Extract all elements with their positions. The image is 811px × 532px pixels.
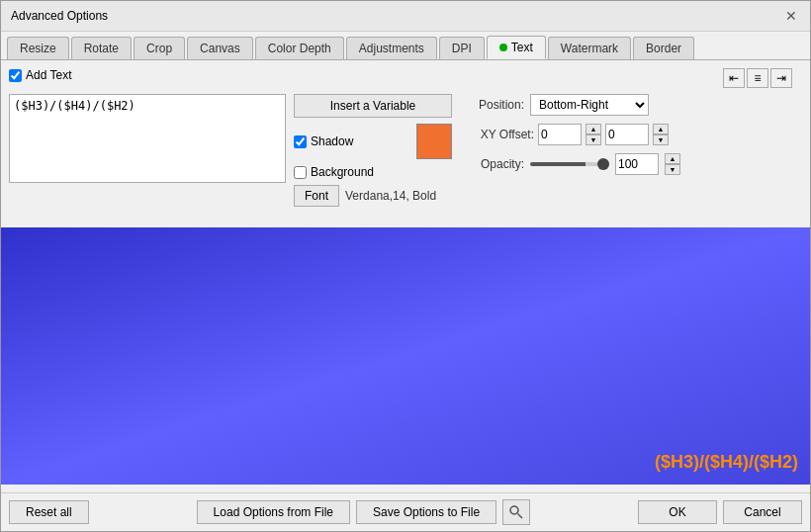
font-value-label: Verdana,14, Bold (345, 189, 436, 203)
text-area-container: ($H3)/($H4)/($H2) (9, 94, 286, 183)
preview-text: ($H3)/($H4)/($H2) (655, 452, 798, 473)
opacity-row: Opacity: ▲ ▼ (470, 153, 802, 175)
shadow-checkbox[interactable] (294, 135, 307, 148)
opacity-label: Opacity: (470, 157, 524, 171)
x-spin-buttons: ▲ ▼ (586, 124, 601, 145)
svg-point-0 (510, 506, 518, 514)
window-title: Advanced Options (11, 9, 108, 23)
y-spin-buttons: ▲ ▼ (653, 124, 669, 145)
position-label: Position: (470, 98, 524, 112)
shadow-checkbox-label[interactable]: Shadow (294, 134, 353, 148)
background-checkbox[interactable] (294, 166, 307, 179)
preview-area: ($H3)/($H4)/($H2) (1, 227, 810, 485)
cancel-button[interactable]: Cancel (723, 500, 802, 524)
close-button[interactable]: ✕ (782, 7, 800, 25)
content-area: Add Text ⇤ ≡ ⇥ ($H3)/($H4)/($H2) Insert … (1, 60, 810, 492)
xy-offset-row: XY Offset: ▲ ▼ ▲ ▼ (470, 124, 802, 145)
opacity-spin-down[interactable]: ▼ (665, 164, 680, 175)
svg-line-1 (518, 514, 523, 519)
text-input[interactable]: ($H3)/($H4)/($H2) (9, 94, 286, 183)
background-checkbox-label[interactable]: Background (294, 165, 452, 179)
y-spin-up[interactable]: ▲ (653, 124, 669, 134)
main-controls-row: ($H3)/($H4)/($H2) Insert a Variable Shad… (9, 94, 802, 227)
file-icon-button[interactable] (502, 499, 530, 525)
x-spin-down[interactable]: ▼ (586, 134, 601, 145)
opacity-slider[interactable] (530, 162, 609, 166)
middle-controls: Insert a Variable Shadow Background Font (294, 94, 452, 227)
title-bar: Advanced Options ✕ (1, 1, 810, 32)
load-options-button[interactable]: Load Options from File (197, 500, 350, 524)
position-row: Position: Bottom-Right Top-Left Top-Cent… (470, 94, 802, 116)
bottom-right-group: OK Cancel (638, 500, 802, 524)
right-controls: Position: Bottom-Right Top-Left Top-Cent… (460, 94, 802, 227)
y-offset-input[interactable] (605, 124, 649, 145)
tab-text[interactable]: Text (487, 36, 546, 59)
tab-color-depth[interactable]: Color Depth (255, 37, 344, 59)
reset-all-button[interactable]: Reset all (9, 500, 89, 524)
y-spin-down[interactable]: ▼ (653, 134, 669, 145)
align-center-button[interactable]: ≡ (747, 68, 768, 88)
tab-rotate[interactable]: Rotate (71, 37, 132, 59)
font-button[interactable]: Font (294, 185, 339, 207)
main-window: Advanced Options ✕ Resize Rotate Crop Ca… (0, 0, 811, 532)
shadow-color-swatch[interactable] (416, 124, 452, 159)
tab-resize[interactable]: Resize (7, 37, 69, 59)
magnify-icon (508, 504, 524, 520)
align-buttons-group: ⇤ ≡ ⇥ (723, 68, 792, 88)
xy-offset-label: XY Offset: (470, 128, 534, 141)
ok-button[interactable]: OK (638, 500, 717, 524)
align-left-button[interactable]: ⇤ (723, 68, 745, 88)
tab-border[interactable]: Border (633, 37, 694, 59)
x-offset-input[interactable] (538, 124, 582, 145)
save-options-button[interactable]: Save Options to File (356, 500, 496, 524)
tab-adjustments[interactable]: Adjustments (346, 37, 437, 59)
opacity-input[interactable] (615, 153, 659, 175)
bottom-center-group: Load Options from File Save Options to F… (197, 499, 530, 525)
tab-dpi[interactable]: DPI (439, 37, 485, 59)
opacity-spin-buttons: ▲ ▼ (665, 153, 680, 175)
tab-watermark[interactable]: Watermark (548, 37, 631, 59)
background-row: Background (294, 165, 452, 179)
shadow-row: Shadow (294, 124, 452, 159)
active-indicator (499, 44, 507, 51)
add-text-checkbox[interactable] (9, 69, 22, 82)
add-text-checkbox-label[interactable]: Add Text (9, 68, 71, 82)
bottom-bar: Reset all Load Options from File Save Op… (1, 492, 810, 531)
x-spin-up[interactable]: ▲ (586, 124, 601, 134)
opacity-spin-up[interactable]: ▲ (665, 153, 680, 164)
tab-canvas[interactable]: Canvas (187, 37, 253, 59)
insert-variable-button[interactable]: Insert a Variable (294, 94, 452, 118)
add-text-row: Add Text ⇤ ≡ ⇥ (9, 68, 802, 88)
align-right-button[interactable]: ⇥ (770, 68, 792, 88)
tabs-bar: Resize Rotate Crop Canvas Color Depth Ad… (1, 32, 810, 60)
tab-crop[interactable]: Crop (134, 37, 185, 59)
position-select[interactable]: Bottom-Right Top-Left Top-Center Top-Rig… (530, 94, 649, 116)
font-row: Font Verdana,14, Bold (294, 185, 452, 207)
